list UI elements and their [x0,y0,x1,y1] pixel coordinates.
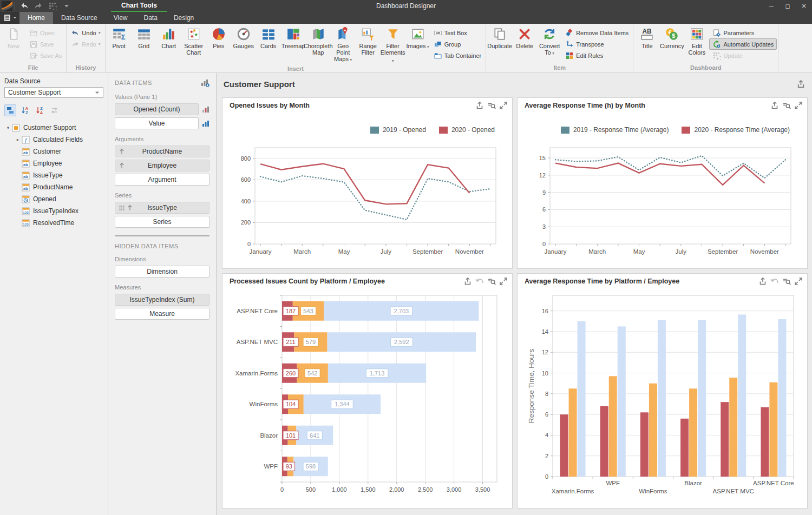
tab-data-source[interactable]: Data Source [53,12,106,24]
dashboard-surface[interactable]: Customer Support Opened Issues by Month2… [217,73,812,515]
magnifier-icon[interactable] [782,277,791,286]
chart-item-opened-issues-by-month[interactable]: Opened Issues by Month2019 - Opened2020 … [222,97,513,269]
bar[interactable] [578,321,586,477]
contextual-tab-chart-tools[interactable]: Chart Tools [111,0,167,12]
maximize-button[interactable]: ◻ [780,0,796,12]
data-item-chip-measure[interactable]: Measure [115,308,209,320]
duplicate-button[interactable]: Duplicate [487,25,512,50]
tree-item-productname[interactable]: abProductName [4,181,103,193]
bar[interactable] [689,388,697,477]
redo-button[interactable]: Redo▾ [68,38,103,50]
magnifier-icon[interactable] [487,277,496,286]
bar[interactable] [778,319,786,477]
grid-button[interactable]: Grid [132,25,156,50]
chart-button[interactable]: Chart [156,25,181,50]
bar[interactable] [729,378,737,477]
tab-container-button[interactable]: Tab Container [430,50,485,61]
bar[interactable] [721,402,729,477]
add-chart-icon[interactable] [201,78,209,87]
range-filter-button[interactable]: Range Filter [356,25,381,56]
bar[interactable] [761,407,769,477]
qat-update-button[interactable] [48,1,57,11]
title-button[interactable]: ABTitle [634,25,659,50]
bar[interactable] [640,412,649,477]
app-logo-icon[interactable] [2,1,12,11]
export-icon[interactable] [770,101,779,110]
save-as-button[interactable]: Save As [26,50,65,61]
data-item-chip-argument[interactable]: Argument [115,174,209,186]
data-item-chip-employee[interactable]: Employee [115,160,209,171]
collapse-arrow-icon[interactable]: ▾ [4,125,12,130]
tree-item-customer[interactable]: abCustomer [4,146,103,157]
undo-icon[interactable] [770,277,779,286]
new-button[interactable]: New [1,25,26,50]
edit-colors-button[interactable]: Edit Colors [684,25,709,56]
tree-item-issuetype[interactable]: abIssueType [4,169,103,181]
maximize-icon[interactable] [499,277,508,286]
maximize-icon[interactable] [499,101,508,110]
undo-icon[interactable] [475,277,484,286]
text-box-button[interactable]: ABText Box [430,27,485,38]
maximize-icon[interactable] [794,101,803,110]
data-item-chip-series[interactable]: Series [115,216,209,228]
chart-item-average-response-time-h-by-month[interactable]: Average Response Time (h) by Month2019 -… [517,97,808,269]
tree-item-calculated-fields[interactable]: ▸fCalculated Fields [4,134,103,146]
images-button[interactable]: Images ▾ [405,25,430,51]
parameters-button[interactable]: Parameters [709,27,777,38]
sort-za-button[interactable]: ZA [34,104,45,116]
maximize-icon[interactable] [794,277,803,286]
data-source-select[interactable]: Customer Support [4,87,103,98]
bar[interactable] [698,320,706,477]
choropleth-map-button[interactable]: Choropleth Map [306,25,331,56]
save-button[interactable]: Save [26,38,65,50]
export-icon[interactable] [758,277,767,286]
tab-home[interactable]: Home [19,12,53,24]
bar[interactable] [649,384,657,477]
filter-elements-button[interactable]: Filter Elements ▾ [381,25,405,65]
tab-data[interactable]: Data [136,12,166,24]
layout-button[interactable] [4,104,16,116]
tab-view[interactable]: View [106,12,136,24]
bar[interactable] [600,406,608,477]
bar[interactable] [618,326,626,477]
expand-arrow-icon[interactable]: ▸ [14,137,22,142]
edit-rules-button[interactable]: Edit Rules [562,50,632,61]
sort-az-button[interactable]: AZ [19,104,31,116]
convert-to-button[interactable]: Convert To ▾ [537,25,562,57]
bar[interactable] [560,414,568,477]
tree-item-issuetypeindex[interactable]: 123IssueTypeIndex [4,205,103,217]
cards-button[interactable]: Cards [256,25,281,50]
qat-undo-button[interactable] [19,1,29,11]
pies-button[interactable]: Pies [206,25,231,50]
treemap-button[interactable]: Treemap [281,25,306,50]
scatter-chart-button[interactable]: Scatter Chart [181,25,206,56]
update-button[interactable]: Update [709,50,777,61]
export-icon[interactable] [463,277,472,286]
data-item-chip-value[interactable]: Value [115,117,199,129]
minimize-button[interactable]: ─ [763,0,780,12]
chart-item-processed-issues-count-by-platform-employee[interactable]: Processed Issues Count by Platform / Emp… [222,273,513,509]
group-button[interactable]: Group [430,38,485,50]
swap-button[interactable] [48,104,60,116]
app-menu-button[interactable] [0,12,19,24]
data-item-chip-issuetypeindex-sum-[interactable]: IssueTypeIndex (Sum) [115,294,209,306]
bar[interactable] [769,382,777,477]
qat-redo-button[interactable] [34,1,43,11]
bar[interactable] [609,376,617,477]
bar[interactable] [738,314,746,477]
series-blue-icon[interactable] [202,120,209,127]
tree-item-opened[interactable]: Opened [4,193,103,205]
remove-data-items-button[interactable]: Remove Data Items [562,27,632,38]
data-item-chip-dimension[interactable]: Dimension [115,266,209,278]
chart-item-average-response-time-by-platform-employee[interactable]: Average Response Time by Platform / Empl… [517,273,808,509]
bar[interactable] [680,419,689,477]
data-item-chip-opened-count-[interactable]: Opened (Count) [115,103,199,115]
export-icon[interactable] [475,101,484,110]
bar[interactable] [658,320,666,477]
tree-item-employee[interactable]: abEmployee [4,157,103,169]
delete-button[interactable]: Delete [512,25,537,50]
tree-item-resolvedtime[interactable]: 123ResolvedTime [4,217,103,229]
transpose-button[interactable]: Transpose [562,38,632,50]
currency-button[interactable]: €$Currency [659,25,684,50]
undo-button[interactable]: Undo▾ [68,27,103,38]
